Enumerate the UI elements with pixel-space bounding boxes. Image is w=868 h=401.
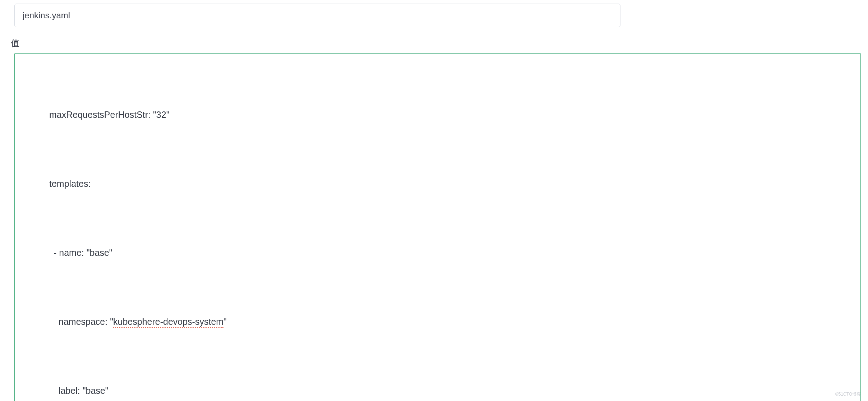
yaml-value: "32": [151, 110, 170, 120]
yaml-line-label[interactable]: label: "base": [15, 382, 860, 399]
value-label: 值: [11, 37, 861, 49]
yaml-line-max-requests[interactable]: maxRequestsPerHostStr: "32": [15, 106, 860, 123]
yaml-code-editor[interactable]: maxRequestsPerHostStr: "32" templates: -…: [14, 53, 861, 401]
watermark-text: ©51CTO博客: [835, 391, 861, 397]
yaml-key: maxRequestsPerHostStr:: [49, 110, 151, 120]
yaml-value-underlined: kubesphere-devops-system: [113, 317, 223, 328]
yaml-quote-end: ": [223, 317, 227, 327]
yaml-line-templates[interactable]: templates:: [15, 175, 860, 192]
filename-input[interactable]: [14, 4, 620, 27]
yaml-line-template-name[interactable]: - name: "base": [15, 244, 860, 261]
yaml-line-namespace[interactable]: namespace: "kubesphere-devops-system": [15, 313, 860, 330]
yaml-key: namespace: ": [59, 317, 113, 327]
